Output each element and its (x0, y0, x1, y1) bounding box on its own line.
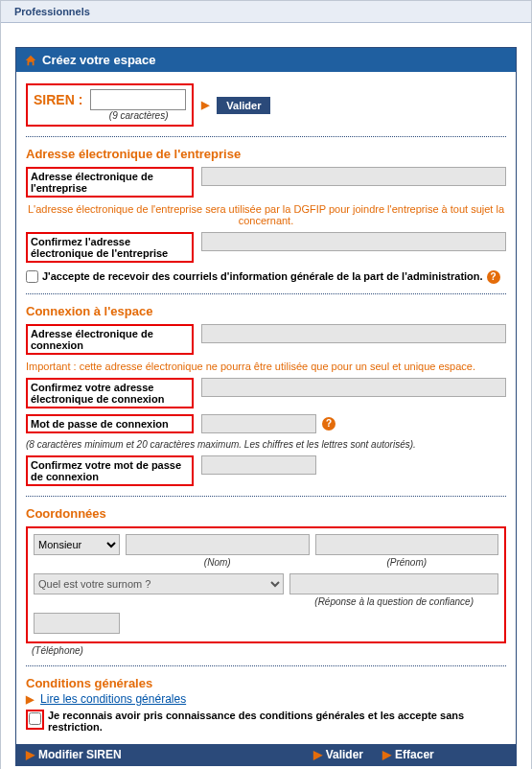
modify-siren-button[interactable]: ▶ Modifier SIREN (16, 748, 131, 761)
company-email-info: L'adresse électronique de l'entreprise s… (26, 203, 506, 226)
telephone-sublabel: (Téléphone) (32, 645, 506, 656)
link-conditions[interactable]: Lire les conditions générales (40, 692, 186, 706)
arrow-icon: ▶ (26, 748, 35, 761)
confirm-password-input[interactable] (201, 455, 316, 475)
validate-siren-button[interactable]: Valider (217, 97, 270, 114)
label-confirm-password: Confirmez votre mot de passe de connexio… (26, 455, 194, 486)
accept-info-checkbox[interactable] (26, 270, 38, 283)
section-coord-title: Coordonnées (26, 506, 506, 521)
section-email-title: Adresse électronique de l'entreprise (26, 147, 506, 161)
arrow-icon: ▶ (382, 748, 391, 761)
page-title: Créez votre espace (42, 53, 156, 67)
company-email-input[interactable] (201, 167, 506, 186)
reponse-sublabel: (Réponse à la question de confiance) (289, 596, 498, 607)
prenom-sublabel: (Prénom) (315, 557, 499, 568)
label-confirm-connexion-email: Confirmez votre adresse électronique de … (26, 378, 194, 408)
separator (26, 293, 506, 294)
section-connexion-title: Connexion à l'espace (26, 304, 506, 318)
arrow-icon: ▶ (26, 693, 34, 705)
civilite-select[interactable]: Monsieur (34, 534, 120, 555)
separator (26, 136, 506, 137)
accept-conditions-label: Je reconnais avoir pris connaissance des… (48, 710, 506, 733)
siren-input[interactable] (90, 89, 186, 110)
separator (26, 665, 506, 666)
password-hint: (8 caractères minimum et 20 caractères m… (26, 439, 506, 450)
siren-hint: (9 caractères) (91, 110, 186, 121)
siren-label: SIREN : (34, 92, 82, 107)
prenom-input[interactable] (315, 534, 499, 555)
telephone-input[interactable] (34, 613, 120, 634)
label-password: Mot de passe de connexion (26, 414, 194, 433)
confirm-company-email-input[interactable] (201, 232, 506, 251)
nom-input[interactable] (126, 534, 310, 555)
label-company-email: Adresse électronique de l'entreprise (26, 167, 194, 198)
connexion-important: Important : cette adresse électronique n… (26, 361, 506, 372)
footer-bar: ▶ Modifier SIREN ▶ Valider ▶ Effacer (16, 744, 516, 765)
password-input[interactable] (201, 414, 316, 433)
validate-button[interactable]: ▶ Valider (304, 748, 373, 761)
siren-group: SIREN : (9 caractères) (26, 83, 194, 127)
nom-sublabel: (Nom) (126, 557, 310, 568)
home-icon (24, 54, 37, 67)
accept-info-label: J'accepte de recevoir des courriels d'in… (42, 270, 483, 282)
reponse-input[interactable] (289, 573, 498, 594)
coord-box: Monsieur (Nom) (Prénom) Quel est votre s… (26, 526, 506, 643)
help-icon[interactable]: ? (487, 270, 500, 284)
arrow-icon: ▶ (313, 748, 322, 761)
label-connexion-email: Adresse électronique de connexion (26, 324, 194, 355)
separator (26, 496, 506, 497)
clear-button[interactable]: ▶ Effacer (373, 748, 444, 761)
accept-conditions-checkbox[interactable] (29, 712, 41, 725)
panel-header: Créez votre espace (16, 48, 516, 72)
connexion-email-input[interactable] (201, 324, 506, 343)
tab-bar: Professionnels (1, 1, 531, 23)
label-confirm-company-email: Confirmez l'adresse électronique de l'en… (26, 232, 194, 263)
section-conditions-title: Conditions générales (26, 676, 506, 690)
tab-professionnels[interactable]: Professionnels (9, 4, 96, 19)
help-icon[interactable]: ? (322, 417, 335, 431)
question-select[interactable]: Quel est votre surnom ? (34, 573, 284, 594)
confirm-connexion-email-input[interactable] (201, 378, 506, 397)
arrow-icon: ▶ (201, 99, 209, 111)
